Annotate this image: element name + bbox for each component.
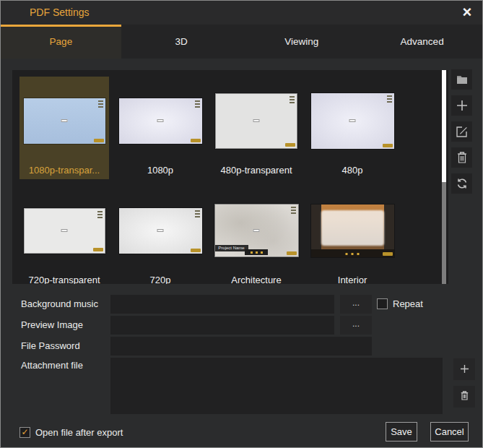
thumb-logo [285,143,295,147]
dot-icon [251,251,253,254]
open-file-after-export-checkbox[interactable]: ✓ [19,427,30,438]
thumb-logo [191,249,201,252]
repeat-checkbox[interactable] [377,298,388,309]
plus-icon [456,100,468,111]
thumbnail-1080p [119,98,202,144]
thumb-project-name-bar: Project Name [215,245,248,251]
thumb-toolbar [346,253,360,255]
thumbnail-zone [116,77,205,165]
gallery-item-720p-transparent[interactable]: 720p-transparent [19,186,109,284]
plus-icon [461,363,469,376]
thumb-watermark [157,229,164,232]
trash-icon [457,152,467,163]
cancel-button[interactable]: Cancel [430,422,469,441]
refresh-button[interactable] [451,173,472,194]
gallery-scrollbar-thumb[interactable] [442,70,446,182]
tab-page-label: Page [50,36,73,47]
thumbnail-interior [311,204,394,257]
thumb-logo [93,248,103,251]
attachment-delete-button[interactable] [453,386,475,408]
thumb-logo [94,139,104,142]
pdf-settings-dialog: PDF Settings × Page 3D Viewing Advanced … [0,0,483,448]
preview-image-input[interactable] [110,316,334,335]
tab-page[interactable]: Page [1,25,121,59]
thumb-menu-icon [290,96,295,104]
thumbnail-480p [311,93,394,149]
gallery-item-480p[interactable]: 480p [308,77,397,179]
add-template-button[interactable] [451,95,472,116]
trash-icon [461,390,469,403]
preview-image-browse-button[interactable]: ... [340,316,372,335]
thumb-watermark [61,119,68,122]
gallery-item-interior[interactable]: Interior [308,186,397,284]
tab-advanced-label: Advanced [401,36,444,47]
gallery-item-1080p-transparent[interactable]: 1080p-transpar... [19,77,109,179]
dot-icon [352,253,354,255]
thumb-screen-overlay [321,210,384,246]
dot-icon [357,253,360,255]
open-file-after-export-label: Open file after export [35,427,123,438]
tab-viewing[interactable]: Viewing [242,25,362,59]
thumb-menu-icon [387,95,392,103]
background-music-browse-button[interactable]: ... [340,295,372,314]
thumb-logo [383,144,393,147]
template-gallery: 1080p-transpar... 1080p 480p-transpa [12,70,448,284]
thumbnail-720p [119,208,202,254]
file-password-input[interactable] [110,337,372,356]
dot-icon [256,251,258,254]
dot-icon [261,251,263,254]
thumbnail-architecture: Project Name [214,204,299,257]
thumbnail-zone [308,186,397,275]
thumbnail-zone [19,186,109,275]
thumb-logo [287,251,297,255]
gallery-item-label: 480p [342,165,363,178]
thumbnail-zone [212,77,301,165]
thumbnail-zone: Project Name [212,186,301,275]
gallery-item-label: Architecture [231,275,281,284]
background-music-label: Background music [21,298,98,309]
thumbnail-720p-transparent [24,208,105,254]
attachment-file-textarea[interactable] [110,358,443,414]
attachment-file-label: Attachment file [21,360,83,371]
attachment-add-button[interactable] [453,358,475,380]
thumbnail-1080p-transparent [24,98,105,144]
tab-advanced[interactable]: Advanced [362,25,482,59]
edit-icon [456,126,468,137]
open-folder-button[interactable] [451,69,472,90]
repeat-label: Repeat [393,298,423,309]
gallery-item-architecture[interactable]: Project Name Architecture [212,186,301,284]
tab-3d[interactable]: 3D [121,25,242,59]
thumb-menu-icon [291,207,296,215]
thumb-watermark [349,119,356,122]
delete-template-button[interactable] [451,147,472,168]
edit-template-button[interactable] [451,121,472,142]
thumb-watermark [157,119,164,122]
gallery-item-label: 720p-transparent [28,275,100,284]
folder-icon [456,74,468,85]
background-music-input[interactable] [110,295,334,314]
thumbnail-zone [19,77,109,165]
thumb-menu-icon [98,100,103,108]
gallery-item-label: 1080p-transpar... [29,165,100,178]
gallery-item-label: 480p-transparent [220,165,292,178]
gallery-item-label: 1080p [147,165,173,178]
thumb-logo [191,139,201,142]
gallery-item-1080p[interactable]: 1080p [116,77,205,179]
dot-icon [346,253,348,255]
file-password-label: File Password [21,340,80,351]
gallery-item-720p[interactable]: 720p [116,186,205,284]
gallery-item-label: Interior [338,275,367,284]
thumb-menu-icon [195,100,200,108]
tab-3d-label: 3D [175,36,187,47]
preview-image-label: Preview Image [21,319,83,330]
thumb-watermark [61,229,68,232]
gallery-item-label: 720p [150,275,171,284]
title-bar: PDF Settings × [1,1,482,25]
save-button[interactable]: Save [386,422,417,441]
tab-bar: Page 3D Viewing Advanced [1,25,482,59]
thumb-watermark [253,119,260,122]
gallery-item-480p-transparent[interactable]: 480p-transparent [212,77,301,179]
thumb-toolbar [245,249,268,255]
refresh-icon [456,178,468,189]
close-icon[interactable]: × [458,3,477,22]
